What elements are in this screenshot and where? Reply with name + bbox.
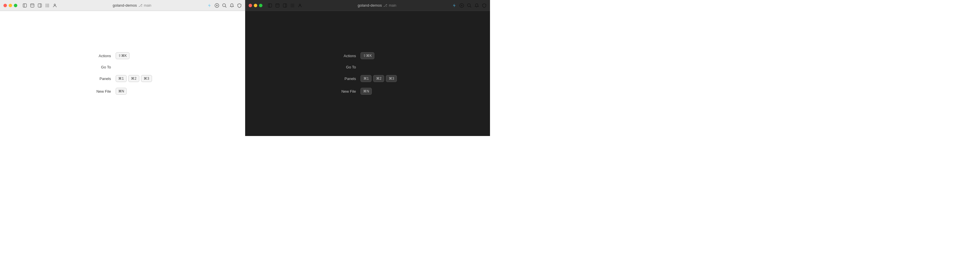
dot-red-light[interactable] bbox=[3, 4, 7, 7]
branch-icon-light: ⎇ bbox=[138, 3, 142, 8]
svg-point-37 bbox=[299, 4, 301, 5]
svg-point-13 bbox=[47, 6, 48, 7]
shortcut-label-goto-light: Go To bbox=[85, 65, 111, 69]
sidebar-left-icon[interactable] bbox=[22, 3, 27, 8]
shortcut-label-actions-dark: Actions bbox=[330, 54, 356, 58]
kbd-panels-dark: ⌘3 bbox=[386, 75, 397, 82]
branch-icon-dark: ⎇ bbox=[383, 3, 387, 8]
svg-point-12 bbox=[46, 6, 46, 7]
shortcut-label-newfile-dark: New File bbox=[330, 89, 356, 94]
svg-rect-24 bbox=[276, 4, 279, 7]
svg-point-32 bbox=[292, 5, 293, 5]
light-window: goland-demos ⎇ main bbox=[0, 0, 245, 136]
svg-marker-40 bbox=[461, 5, 463, 6]
svg-point-7 bbox=[47, 4, 48, 4]
titlebar-center-light: goland-demos ⎇ main bbox=[59, 3, 205, 8]
shortcut-keys-actions-dark: ⇧⌘K bbox=[361, 52, 374, 59]
svg-point-8 bbox=[48, 4, 49, 4]
traffic-lights-dark bbox=[248, 4, 262, 7]
dot-green-dark[interactable] bbox=[259, 4, 262, 7]
dark-window: goland-demos ⎇ main bbox=[245, 0, 490, 136]
search-icon-dark[interactable] bbox=[467, 3, 471, 8]
sidebar-left-icon-dark[interactable] bbox=[268, 3, 272, 8]
shortcut-keys-panels-dark: ⌘1⌘2⌘3 bbox=[361, 75, 397, 82]
dot-yellow-dark[interactable] bbox=[254, 4, 257, 7]
svg-line-42 bbox=[470, 6, 471, 7]
branch-name-dark: main bbox=[389, 3, 396, 8]
shortcut-keys-actions-light: ⇧⌘K bbox=[116, 52, 129, 59]
shortcut-keys-newfile-light: ⌘N bbox=[116, 88, 127, 95]
shortcut-keys-panels-light: ⌘1⌘2⌘3 bbox=[116, 75, 152, 82]
svg-point-35 bbox=[292, 6, 293, 7]
sidebar-right-icon-dark[interactable] bbox=[283, 3, 287, 8]
lightning-icon-light[interactable] bbox=[207, 3, 212, 8]
grid-icon[interactable] bbox=[45, 3, 49, 8]
grid-icon-dark[interactable] bbox=[290, 3, 295, 8]
bell-icon-light[interactable] bbox=[229, 3, 234, 8]
svg-point-6 bbox=[46, 4, 46, 4]
svg-point-11 bbox=[48, 5, 49, 5]
shortcut-label-actions-light: Actions bbox=[85, 54, 111, 58]
shortcut-row-newfile-dark: New File⌘N bbox=[330, 85, 405, 98]
svg-point-34 bbox=[291, 6, 291, 7]
kbd-newfile-dark: ⌘N bbox=[361, 88, 372, 95]
shield-icon-light[interactable] bbox=[237, 3, 242, 8]
titlebar-right-light bbox=[207, 3, 242, 8]
kbd-panels-dark: ⌘1 bbox=[361, 75, 371, 82]
svg-point-28 bbox=[291, 4, 291, 4]
svg-point-10 bbox=[47, 5, 48, 5]
shortcut-row-actions-dark: Actions⇧⌘K bbox=[330, 50, 405, 62]
shortcut-label-newfile-light: New File bbox=[85, 89, 111, 94]
shortcut-row-panels-light: Panels⌘1⌘2⌘3 bbox=[85, 72, 160, 85]
svg-point-15 bbox=[54, 4, 56, 5]
search-icon-light[interactable] bbox=[222, 3, 227, 8]
titlebar-dark: goland-demos ⎇ main bbox=[245, 0, 490, 11]
svg-rect-0 bbox=[23, 4, 27, 7]
bell-icon-dark[interactable] bbox=[474, 3, 479, 8]
svg-rect-22 bbox=[268, 4, 272, 7]
svg-rect-4 bbox=[38, 4, 41, 7]
titlebar-right-dark bbox=[452, 3, 487, 8]
run-icon-light[interactable] bbox=[215, 3, 219, 8]
kbd-panels-light: ⌘3 bbox=[141, 75, 152, 82]
person-icon[interactable] bbox=[52, 3, 57, 8]
kbd-panels-dark: ⌘2 bbox=[373, 75, 384, 82]
dot-yellow-light[interactable] bbox=[9, 4, 12, 7]
toolbar-icon[interactable] bbox=[30, 3, 35, 8]
traffic-lights-light bbox=[3, 4, 17, 7]
dot-red-dark[interactable] bbox=[248, 4, 252, 7]
sidebar-right-icon[interactable] bbox=[38, 3, 42, 8]
svg-point-14 bbox=[48, 6, 49, 7]
titlebar-left-icons-dark bbox=[268, 3, 302, 8]
shortcut-label-panels-light: Panels bbox=[85, 77, 111, 81]
svg-rect-2 bbox=[30, 4, 34, 7]
shield-icon-dark[interactable] bbox=[482, 3, 487, 8]
shortcut-row-goto-light: Go To bbox=[85, 62, 160, 72]
branch-name-light: main bbox=[144, 3, 151, 8]
svg-rect-26 bbox=[283, 4, 287, 7]
kbd-panels-light: ⌘1 bbox=[116, 75, 127, 82]
run-icon-dark[interactable] bbox=[460, 3, 464, 8]
svg-point-31 bbox=[291, 5, 291, 5]
person-icon-dark[interactable] bbox=[298, 3, 302, 8]
svg-point-41 bbox=[468, 3, 470, 6]
window-title-dark: goland-demos bbox=[358, 3, 382, 8]
svg-point-36 bbox=[293, 6, 294, 7]
svg-point-19 bbox=[222, 3, 225, 6]
toolbar-icon-dark[interactable] bbox=[275, 3, 280, 8]
shortcut-label-panels-dark: Panels bbox=[330, 77, 356, 81]
svg-point-30 bbox=[293, 4, 294, 4]
titlebar-light: goland-demos ⎇ main bbox=[0, 0, 245, 11]
kbd-actions-dark: ⇧⌘K bbox=[361, 52, 374, 59]
kbd-actions-light: ⇧⌘K bbox=[116, 52, 129, 59]
titlebar-center-dark: goland-demos ⎇ main bbox=[305, 3, 450, 8]
svg-point-33 bbox=[293, 5, 294, 5]
svg-marker-38 bbox=[453, 3, 455, 8]
titlebar-left-icons-light bbox=[22, 3, 57, 8]
content-dark: Actions⇧⌘KGo ToPanels⌘1⌘2⌘3New File⌘N bbox=[245, 11, 490, 136]
dot-green-light[interactable] bbox=[14, 4, 17, 7]
lightning-icon-dark[interactable] bbox=[452, 3, 457, 8]
svg-point-9 bbox=[46, 5, 46, 5]
kbd-panels-light: ⌘2 bbox=[128, 75, 139, 82]
kbd-newfile-light: ⌘N bbox=[116, 88, 127, 95]
